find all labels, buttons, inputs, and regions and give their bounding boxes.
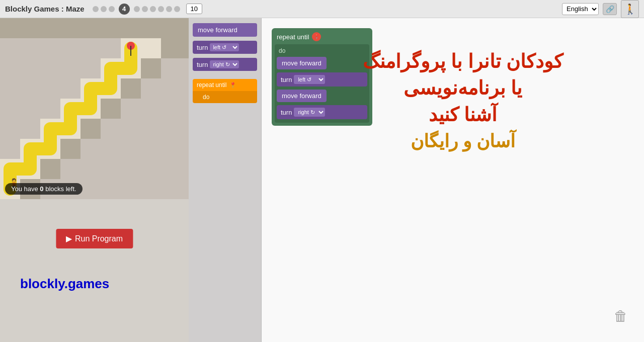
total-levels: 10 xyxy=(186,4,202,14)
dot-8 xyxy=(158,6,164,12)
dot-7 xyxy=(150,6,156,12)
svg-rect-15 xyxy=(141,58,161,78)
svg-rect-27 xyxy=(60,139,80,159)
svg-rect-8 xyxy=(141,18,161,38)
svg-rect-7 xyxy=(121,18,141,38)
persian-line-2: یا برنامه‌نویسی xyxy=(292,75,634,102)
dot-1 xyxy=(93,6,99,12)
svg-rect-6 xyxy=(101,18,121,38)
toolbox-panel: move forward turn left ↺ right ↻ turn ri… xyxy=(189,18,262,342)
svg-rect-9 xyxy=(161,18,189,38)
dot-5 xyxy=(134,6,140,12)
dot-10 xyxy=(174,6,180,12)
dot-9 xyxy=(166,6,172,12)
link-button[interactable]: 🔗 xyxy=(603,3,617,15)
svg-rect-4 xyxy=(60,18,80,38)
persian-line-1: کودکان تانرا با پروگرامنگ xyxy=(292,48,634,75)
maze-canvas: 🧍 xyxy=(0,18,189,199)
svg-rect-1 xyxy=(0,18,20,38)
app-title: Blockly Games : Maze xyxy=(5,5,85,13)
current-level[interactable]: 4 xyxy=(119,4,130,15)
info-suffix: blocks left. xyxy=(44,185,76,193)
persian-line-3: آشنا کنید xyxy=(292,102,634,128)
toolbox-turn-left[interactable]: turn left ↺ right ↻ xyxy=(193,41,257,54)
svg-rect-2 xyxy=(20,18,40,38)
blocks-info: You have 0 blocks left. xyxy=(5,184,83,193)
dot-2 xyxy=(101,6,107,12)
main-content: 🧍 You have 0 blocks left. ▶ Run Program … xyxy=(0,18,644,342)
run-label: Run Program xyxy=(75,234,123,243)
toolbox-turn-right-select[interactable]: right ↻ left ↺ xyxy=(210,60,239,68)
persian-promo-text: کودکان تانرا با پروگرامنگ یا برنامه‌نویس… xyxy=(292,48,634,154)
maze-panel: 🧍 You have 0 blocks left. ▶ Run Program … xyxy=(0,18,189,342)
language-select[interactable]: English فارسی xyxy=(562,3,599,15)
toolbox-repeat-until[interactable]: repeat until 📍 xyxy=(193,79,257,91)
website-link[interactable]: blockly.games xyxy=(20,276,109,292)
flag-marker: 📍 xyxy=(312,32,321,41)
repeat-header: repeat until 📍 xyxy=(274,30,370,43)
workspace-panel[interactable]: repeat until 📍 do move forward turn left… xyxy=(262,18,644,342)
toolbox-move-forward[interactable]: move forward xyxy=(193,23,257,37)
persian-line-4: آسان و رایگان xyxy=(292,129,634,154)
info-text: You have xyxy=(11,185,40,193)
svg-rect-3 xyxy=(40,18,60,38)
toolbox-turn-left-select[interactable]: left ↺ right ↻ xyxy=(210,43,239,51)
header-bar: Blockly Games : Maze 4 10 English فارسی … xyxy=(0,0,644,18)
level-dots-after xyxy=(134,6,180,12)
maze-svg: 🧍 xyxy=(0,18,189,199)
svg-rect-11 xyxy=(141,38,161,58)
header-right: English فارسی 🔗 🚶 xyxy=(562,0,639,18)
avatar-button[interactable]: 🚶 xyxy=(621,0,639,18)
trash-icon[interactable]: 🗑 xyxy=(614,308,634,332)
dot-6 xyxy=(142,6,148,12)
svg-rect-21 xyxy=(101,99,121,119)
blocks-count: 0 xyxy=(40,185,43,193)
run-icon: ▶ xyxy=(66,234,72,243)
svg-rect-24 xyxy=(80,119,101,139)
repeat-label: repeat until xyxy=(277,33,309,41)
toolbox-do-label: do xyxy=(193,91,257,103)
svg-rect-5 xyxy=(80,18,101,38)
svg-rect-30 xyxy=(40,159,60,179)
svg-rect-12 xyxy=(161,38,189,58)
run-program-button[interactable]: ▶ Run Program xyxy=(56,229,133,248)
toolbox-turn-right[interactable]: turn right ↻ left ↺ xyxy=(193,58,257,71)
svg-rect-18 xyxy=(121,78,141,99)
level-dots-before xyxy=(93,6,115,12)
dot-3 xyxy=(109,6,115,12)
